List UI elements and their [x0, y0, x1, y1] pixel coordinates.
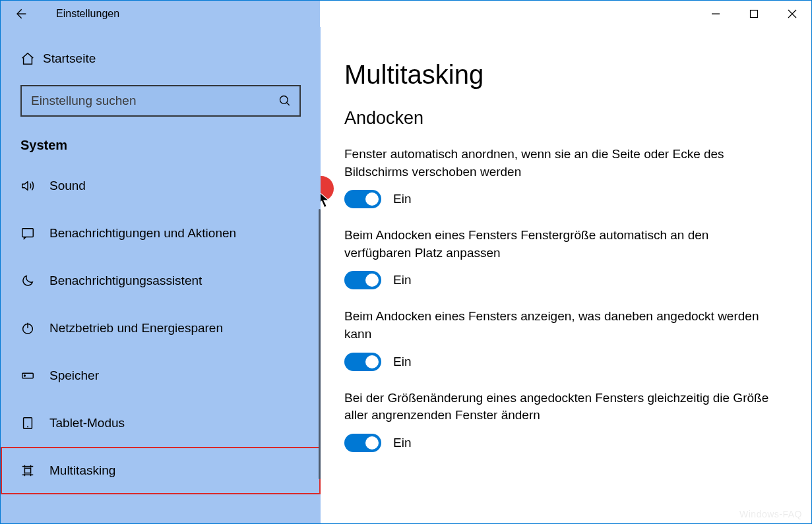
svg-point-5 — [280, 96, 288, 104]
moon-icon — [20, 274, 49, 288]
toggle-state: Ein — [393, 273, 411, 287]
tablet-icon — [20, 416, 49, 430]
sidebar-item-focus-assist[interactable]: Benachrichtigungsassistent — [1, 257, 321, 305]
sidebar-item-tablet-mode[interactable]: Tablet-Modus — [1, 399, 321, 447]
sidebar-item-sound[interactable]: Sound — [1, 162, 321, 210]
sidebar-item-label: Tablet-Modus — [49, 416, 125, 430]
content-area: Multitasking Andocken Fenster automatisc… — [321, 27, 811, 523]
toggle-state: Ein — [393, 192, 411, 206]
setting-resize-adjacent: Bei der Größenänderung eines angedockten… — [344, 390, 785, 452]
sidebar-nav: Sound Benachrichtigungen und Aktionen Be… — [1, 162, 321, 494]
sidebar-item-label: Benachrichtigungsassistent — [49, 274, 202, 288]
main-area: Startseite System Sound — [1, 27, 811, 523]
setting-snap-size: Beim Andocken eines Fensters Fenstergröß… — [344, 227, 785, 289]
sidebar-item-power[interactable]: Netzbetrieb und Energiesparen — [1, 305, 321, 352]
sidebar-item-multitasking[interactable]: Multitasking — [1, 447, 321, 494]
sidebar-item-storage[interactable]: Speicher — [1, 352, 321, 399]
svg-rect-2 — [751, 11, 758, 18]
toggle-state: Ein — [393, 436, 411, 450]
page-title: Multitasking — [344, 60, 785, 90]
sidebar-item-notifications[interactable]: Benachrichtigungen und Aktionen — [1, 210, 321, 257]
search-input[interactable] — [30, 93, 278, 109]
notifications-icon — [20, 226, 49, 241]
svg-rect-7 — [22, 229, 34, 237]
sidebar-item-label: Sound — [49, 179, 86, 193]
power-icon — [20, 321, 49, 335]
maximize-button[interactable] — [735, 1, 773, 27]
setting-snap-arrange: Fenster automatisch anordnen, wenn sie a… — [344, 146, 785, 208]
sidebar-item-label: Multitasking — [49, 463, 115, 478]
sidebar-item-label: Netzbetrieb und Energiesparen — [49, 321, 223, 335]
titlebar: Einstellungen — [1, 1, 811, 27]
home-icon — [20, 51, 43, 66]
setting-snap-assist: Beim Andocken eines Fensters anzeigen, w… — [344, 308, 785, 370]
home-button[interactable]: Startseite — [1, 40, 321, 77]
setting-label: Fenster automatisch anordnen, wenn sie a… — [344, 146, 773, 181]
setting-label: Beim Andocken eines Fensters Fenstergröß… — [344, 227, 773, 262]
sidebar: Startseite System Sound — [1, 27, 321, 523]
close-button[interactable] — [773, 1, 811, 27]
section-title: Andocken — [344, 108, 785, 129]
search-icon — [278, 94, 292, 107]
home-label: Startseite — [43, 51, 96, 66]
toggle-snap-size[interactable] — [344, 271, 381, 289]
sidebar-item-label: Speicher — [49, 368, 99, 383]
setting-label: Beim Andocken eines Fensters anzeigen, w… — [344, 308, 773, 343]
svg-rect-16 — [24, 468, 30, 473]
toggle-resize-adjacent[interactable] — [344, 434, 381, 452]
minimize-button[interactable] — [697, 1, 735, 27]
sound-icon — [20, 179, 49, 193]
watermark: Windows-FAQ — [739, 509, 802, 519]
toggle-snap-assist[interactable] — [344, 353, 381, 371]
window-title: Einstellungen — [40, 1, 119, 27]
back-button[interactable] — [1, 1, 40, 27]
cursor-icon — [321, 190, 332, 212]
search-box[interactable] — [20, 85, 301, 117]
sidebar-item-label: Benachrichtigungen und Aktionen — [49, 226, 236, 241]
sidebar-category: System — [1, 123, 321, 162]
multitasking-icon — [20, 463, 49, 478]
toggle-state: Ein — [393, 355, 411, 369]
setting-label: Bei der Größenänderung eines angedockten… — [344, 390, 773, 424]
svg-point-11 — [24, 375, 26, 376]
toggle-snap-arrange[interactable] — [344, 190, 381, 208]
svg-line-6 — [287, 103, 290, 105]
storage-icon — [20, 368, 49, 383]
